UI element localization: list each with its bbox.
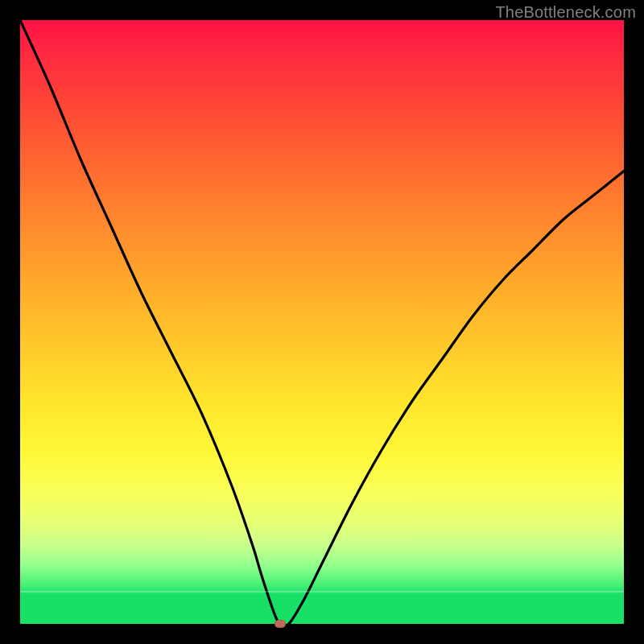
watermark-text: TheBottleneck.com bbox=[495, 3, 636, 22]
optimal-marker bbox=[275, 620, 286, 628]
bottleneck-curve bbox=[20, 20, 624, 624]
plot-area bbox=[20, 20, 624, 624]
chart-frame: TheBottleneck.com bbox=[0, 0, 644, 644]
